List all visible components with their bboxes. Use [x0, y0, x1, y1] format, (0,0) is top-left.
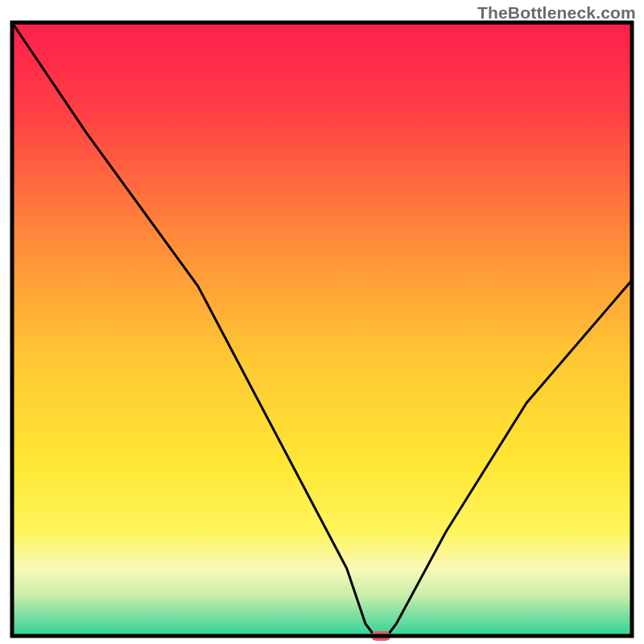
watermark-text: TheBottleneck.com	[477, 3, 636, 23]
gradient-background	[12, 23, 632, 636]
chart-stage: TheBottleneck.com	[0, 0, 644, 644]
bottleneck-chart	[0, 0, 644, 644]
